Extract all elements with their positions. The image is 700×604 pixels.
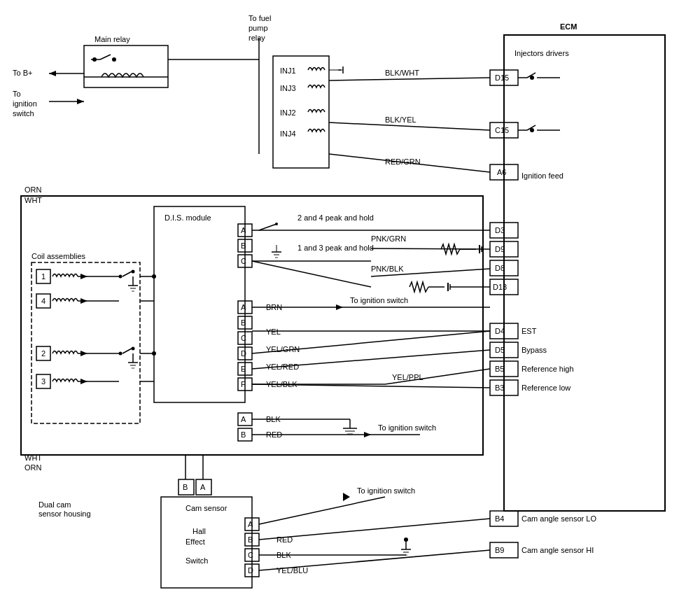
svg-line-76 (252, 331, 490, 353)
bypass-label: Bypass (522, 346, 547, 354)
to-fuel-pump-label3: relay (248, 34, 265, 42)
yel-ppl-label: YEL/PPL (392, 373, 424, 381)
coil3-label: 3 (41, 377, 46, 386)
cam-a-top: A (200, 483, 206, 491)
b5-label: B5 (495, 365, 504, 373)
ignition-feed-label: Ignition feed (522, 171, 564, 180)
dual-cam-label2: sensor housing (38, 510, 91, 518)
two-four-peak-label: 2 and 4 peak and hold (298, 213, 374, 222)
blk-wht-label: BLK/WHT (385, 69, 419, 77)
b9-label: B9 (495, 546, 504, 554)
svg-marker-74 (336, 304, 343, 310)
inj1-label: INJ1 (280, 66, 296, 75)
svg-point-107 (119, 352, 122, 356)
svg-line-95 (122, 272, 132, 276)
red-grn-label: RED/GRN (385, 157, 421, 166)
switch-label: Switch (186, 556, 208, 565)
injector-drivers-label: Injectors drivers (514, 49, 569, 57)
d8-label: D8 (495, 264, 505, 272)
est-label: EST (522, 327, 537, 335)
ecm-label: ECM (560, 22, 577, 31)
to-ignition-cam: To ignition switch (357, 486, 415, 495)
to-ignition-switch-label2: ignition (13, 99, 37, 108)
d4-label: D4 (495, 327, 505, 335)
c15-label: C15 (495, 126, 509, 134)
to-fuel-pump-label2: pump (248, 24, 268, 32)
cam-b-top: B (183, 483, 188, 491)
dis-c-top: C (241, 257, 246, 265)
to-b-plus-label: To B+ (13, 69, 32, 77)
svg-line-132 (259, 519, 490, 540)
a6-label: A6 (497, 168, 506, 176)
to-ignition-switch-bot: To ignition switch (378, 423, 436, 432)
coil4-label: 4 (41, 297, 46, 305)
pnk-blk-label: PNK/BLK (371, 265, 404, 273)
svg-point-27 (112, 57, 116, 62)
svg-marker-131 (343, 493, 350, 501)
b3-label: B3 (495, 384, 504, 392)
dis-c-mid: C (241, 334, 246, 342)
svg-point-121 (152, 274, 156, 279)
dis-b-mid: B (241, 318, 246, 327)
svg-line-49 (259, 224, 276, 230)
orn-label-bottom: ORN (24, 463, 42, 472)
svg-rect-90 (31, 262, 140, 423)
svg-rect-0 (504, 35, 665, 511)
inj4-label: INJ4 (280, 129, 296, 138)
dis-module-label: D.I.S. module (164, 213, 211, 222)
coil2-label: 2 (41, 349, 46, 358)
wht-label-top: WHT (24, 196, 42, 204)
d5-label: D5 (495, 346, 505, 354)
hall-label: Hall (192, 527, 206, 535)
svg-line-130 (259, 497, 385, 524)
b4-label: B4 (495, 514, 504, 523)
svg-rect-44 (154, 206, 245, 402)
dis-d-mid: D (241, 349, 246, 358)
cam-d: D (248, 566, 253, 575)
svg-line-108 (122, 349, 132, 353)
reference-low-label: Reference low (522, 384, 570, 392)
coil-assemblies-label: Coil assemblies (31, 252, 86, 260)
dis-a-mid: A (241, 303, 246, 311)
dis-f-mid: F (241, 380, 246, 388)
yel-label: YEL (266, 328, 281, 336)
wiring-diagram: ECM D15 C15 A6 D3 D9 D8 D13 D4 D5 B5 B3 … (0, 0, 700, 604)
dis-b-top: B (241, 241, 246, 250)
to-ignition-switch-label: To (13, 90, 21, 98)
reference-high-label: Reference high (522, 365, 574, 373)
svg-point-109 (132, 347, 135, 351)
cam-a: A (248, 520, 253, 528)
dis-e-mid: E (241, 365, 246, 373)
d15-label: D15 (495, 73, 509, 82)
cam-angle-hi-label: Cam angle sensor HI (522, 546, 594, 554)
dis-a-top: A (241, 226, 246, 234)
to-ignition-switch-label3: switch (13, 109, 34, 118)
wht-label-bottom: WHT (24, 454, 42, 462)
effect-label: Effect (186, 538, 205, 546)
pnk-grn-label: PNK/GRN (371, 234, 406, 243)
orn-label-top: ORN (24, 185, 42, 194)
svg-point-122 (152, 351, 156, 356)
svg-point-96 (132, 270, 135, 274)
cam-b: B (248, 535, 253, 544)
svg-line-62 (252, 261, 371, 287)
svg-point-50 (275, 223, 278, 225)
dis-a-bot: A (241, 415, 246, 423)
coil1-label: 1 (41, 272, 46, 281)
svg-line-139 (259, 550, 490, 570)
svg-line-26 (100, 55, 111, 59)
cam-angle-lo-label: Cam angle sensor LO (522, 514, 596, 523)
one-three-peak-label: 1 and 3 peak and hold (298, 244, 374, 252)
svg-point-94 (119, 275, 122, 279)
dual-cam-label: Dual cam (38, 500, 71, 509)
inj2-label: INJ2 (280, 108, 296, 117)
d3-label: D3 (495, 226, 505, 234)
main-relay-label: Main relay (94, 35, 130, 43)
d9-label: D9 (495, 245, 505, 253)
to-fuel-pump-label: To fuel (248, 14, 271, 22)
cam-sensor-label: Cam sensor (186, 504, 227, 512)
cam-c: C (248, 551, 253, 559)
inj3-label: INJ3 (280, 84, 296, 92)
d13-label: D13 (493, 283, 507, 291)
svg-marker-89 (364, 432, 371, 437)
